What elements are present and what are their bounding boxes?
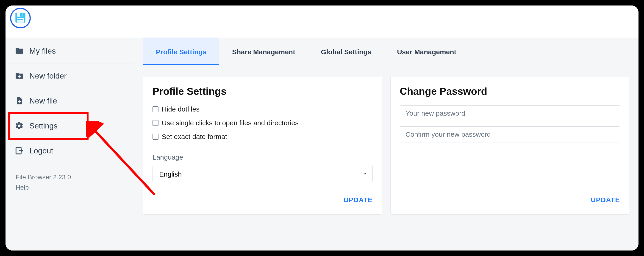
check-label: Use single clicks to open files and dire…	[162, 119, 298, 127]
sidebar-item-label: New file	[29, 96, 57, 105]
main-content: Profile Settings Share Management Global…	[134, 38, 638, 251]
sidebar: My files New folder New file	[6, 38, 134, 251]
language-label: Language	[152, 153, 373, 161]
sidebar-item-my-files[interactable]: My files	[6, 38, 134, 63]
check-hide-dotfiles[interactable]	[152, 106, 158, 112]
app-version: File Browser 2.23.0	[16, 172, 124, 182]
gear-icon	[15, 121, 24, 130]
sidebar-item-label: New folder	[29, 71, 67, 80]
app-header	[6, 5, 638, 38]
logout-icon	[15, 146, 24, 155]
file-plus-icon	[15, 96, 24, 105]
svg-rect-3	[17, 18, 24, 23]
tab-share-management[interactable]: Share Management	[219, 38, 308, 65]
svg-rect-7	[18, 76, 21, 77]
check-label: Hide dotfiles	[162, 105, 200, 113]
app-logo	[10, 8, 31, 28]
confirm-password-input[interactable]	[400, 127, 620, 142]
change-password-card: Change Password UPDATE	[390, 77, 629, 215]
password-update-button[interactable]: UPDATE	[591, 196, 620, 204]
card-title: Change Password	[400, 86, 620, 97]
card-title: Profile Settings	[152, 86, 373, 97]
new-password-input[interactable]	[400, 105, 620, 121]
sidebar-item-new-file[interactable]: New file	[6, 88, 134, 113]
sidebar-item-logout[interactable]: Logout	[6, 138, 134, 163]
svg-rect-2	[20, 13, 22, 17]
folder-icon	[15, 46, 24, 55]
check-single-click-row[interactable]: Use single clicks to open files and dire…	[152, 119, 373, 127]
profile-update-button[interactable]: UPDATE	[344, 196, 373, 204]
floppy-disk-icon	[14, 12, 26, 24]
sidebar-item-settings[interactable]: Settings	[6, 113, 134, 138]
tab-profile-settings[interactable]: Profile Settings	[143, 38, 219, 65]
sidebar-item-new-folder[interactable]: New folder	[6, 63, 134, 88]
svg-rect-4	[18, 19, 24, 20]
profile-settings-card: Profile Settings Hide dotfiles Use singl…	[143, 77, 382, 215]
folder-plus-icon	[15, 71, 24, 80]
help-link[interactable]: Help	[16, 182, 124, 193]
tab-global-settings[interactable]: Global Settings	[308, 38, 384, 65]
check-hide-dotfiles-row[interactable]: Hide dotfiles	[152, 105, 373, 113]
svg-rect-9	[18, 101, 21, 102]
check-single-click[interactable]	[152, 120, 158, 126]
check-label: Set exact date format	[162, 133, 227, 140]
sidebar-item-label: Logout	[29, 146, 53, 155]
language-select[interactable]: English	[152, 166, 373, 182]
check-exact-date[interactable]	[152, 134, 158, 140]
sidebar-item-label: Settings	[29, 121, 58, 130]
sidebar-item-label: My files	[29, 46, 56, 55]
tab-user-management[interactable]: User Management	[384, 38, 469, 65]
svg-rect-5	[18, 21, 24, 21]
sidebar-footer: File Browser 2.23.0 Help	[6, 163, 134, 202]
settings-tabs: Profile Settings Share Management Global…	[143, 38, 629, 65]
check-exact-date-row[interactable]: Set exact date format	[152, 133, 373, 140]
